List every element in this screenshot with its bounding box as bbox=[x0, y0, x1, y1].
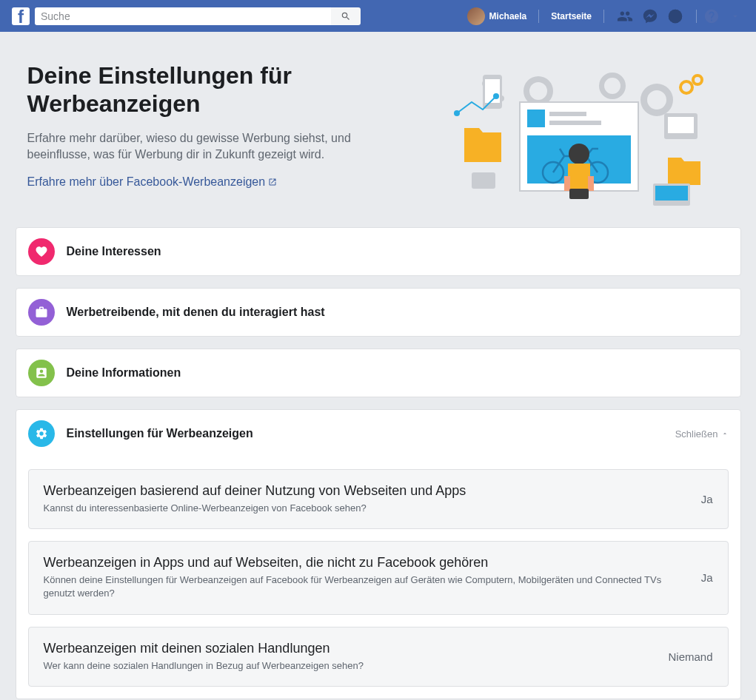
setting-desc: Kannst du interessenbasierte Online-Werb… bbox=[44, 502, 686, 515]
section-header-ad-settings[interactable]: Einstellungen für Werbeanzeigen Schließe… bbox=[16, 410, 740, 457]
profile-square-icon bbox=[28, 360, 55, 386]
heart-icon bbox=[28, 238, 55, 265]
svg-rect-19 bbox=[472, 172, 495, 189]
chevron-up-icon bbox=[721, 430, 729, 437]
learn-more-link[interactable]: Erfahre mehr über Facebook-Werbeanzeigen bbox=[27, 175, 278, 189]
setting-value: Ja bbox=[701, 493, 713, 505]
svg-point-15 bbox=[569, 144, 589, 164]
briefcase-icon bbox=[28, 299, 55, 326]
hero-section: Deine Einstellungen für Werbeanzeigen Er… bbox=[16, 44, 741, 227]
page-title: Deine Einstellungen für Werbeanzeigen bbox=[27, 61, 412, 118]
section-header-interests[interactable]: Deine Interessen bbox=[16, 228, 740, 275]
page-subtitle: Erfahre mehr darüber, wieso du gewisse W… bbox=[27, 130, 412, 164]
hero-illustration bbox=[442, 61, 709, 209]
svg-point-23 bbox=[493, 93, 499, 99]
svg-rect-9 bbox=[527, 110, 545, 127]
divider bbox=[603, 10, 604, 23]
svg-point-21 bbox=[693, 75, 702, 84]
section-header-your-info[interactable]: Deine Informationen bbox=[16, 349, 740, 397]
account-menu-caret[interactable] bbox=[726, 7, 744, 25]
help-icon[interactable] bbox=[703, 7, 720, 25]
svg-rect-17 bbox=[588, 176, 594, 191]
notifications-icon[interactable] bbox=[666, 7, 684, 25]
section-title: Werbetreibende, mit denen du interagiert… bbox=[67, 306, 729, 319]
setting-title: Werbeanzeigen basierend auf deiner Nutzu… bbox=[44, 483, 686, 499]
section-title: Deine Interessen bbox=[67, 245, 729, 258]
learn-more-text: Erfahre mehr über Facebook-Werbeanzeigen bbox=[27, 175, 266, 189]
navbar-user[interactable]: Michaela bbox=[461, 7, 533, 25]
svg-rect-18 bbox=[569, 189, 589, 199]
collapse-toggle[interactable]: Schließen bbox=[675, 428, 729, 440]
facebook-logo[interactable]: f bbox=[12, 7, 30, 25]
divider bbox=[696, 10, 697, 23]
svg-rect-10 bbox=[549, 112, 586, 116]
close-label: Schließen bbox=[675, 428, 718, 440]
setting-row-social-actions[interactable]: Werbeanzeigen mit deinen sozialen Handlu… bbox=[28, 627, 729, 687]
section-header-advertisers[interactable]: Werbetreibende, mit denen du interagiert… bbox=[16, 289, 740, 336]
divider bbox=[538, 10, 539, 23]
gear-icon bbox=[28, 420, 55, 447]
svg-rect-5 bbox=[668, 117, 694, 133]
svg-point-20 bbox=[680, 81, 692, 93]
navbar-right: Michaela Startseite bbox=[461, 7, 744, 25]
setting-row-websites-apps[interactable]: Werbeanzeigen basierend auf deiner Nutzu… bbox=[28, 469, 729, 529]
setting-row-offsite-ads[interactable]: Werbeanzeigen in Apps und auf Webseiten,… bbox=[28, 541, 729, 614]
user-name: Michaela bbox=[489, 11, 527, 21]
section-your-info: Deine Informationen bbox=[16, 349, 741, 397]
home-link[interactable]: Startseite bbox=[545, 11, 598, 21]
svg-rect-16 bbox=[564, 176, 570, 191]
setting-title: Werbeanzeigen in Apps und auf Webseiten,… bbox=[44, 555, 686, 571]
search-button[interactable] bbox=[331, 7, 361, 25]
svg-point-22 bbox=[454, 110, 460, 116]
svg-rect-11 bbox=[549, 121, 601, 125]
setting-value: Ja bbox=[701, 571, 713, 584]
settings-body: Werbeanzeigen basierend auf deiner Nutzu… bbox=[16, 469, 740, 699]
section-interests: Deine Interessen bbox=[16, 227, 741, 276]
svg-rect-25 bbox=[655, 186, 688, 201]
external-link-icon bbox=[268, 178, 277, 186]
section-title: Einstellungen für Werbeanzeigen bbox=[67, 427, 663, 440]
setting-title: Werbeanzeigen mit deinen sozialen Handlu… bbox=[44, 641, 654, 656]
messenger-icon[interactable] bbox=[641, 7, 659, 25]
search-icon bbox=[341, 11, 351, 21]
top-navbar: f Michaela Startseite bbox=[0, 0, 756, 32]
section-advertisers: Werbetreibende, mit denen du interagiert… bbox=[16, 288, 741, 337]
search-wrap bbox=[35, 7, 361, 25]
setting-value: Niemand bbox=[668, 650, 712, 663]
section-title: Deine Informationen bbox=[67, 366, 729, 380]
search-input[interactable] bbox=[35, 7, 331, 25]
section-ad-settings: Einstellungen für Werbeanzeigen Schließe… bbox=[16, 409, 741, 699]
friend-requests-icon[interactable] bbox=[616, 7, 634, 25]
setting-desc: Wer kann deine sozialen Handlungen in Be… bbox=[44, 659, 654, 673]
avatar bbox=[467, 7, 485, 25]
setting-desc: Können deine Einstellungen für Werbeanze… bbox=[44, 573, 686, 600]
